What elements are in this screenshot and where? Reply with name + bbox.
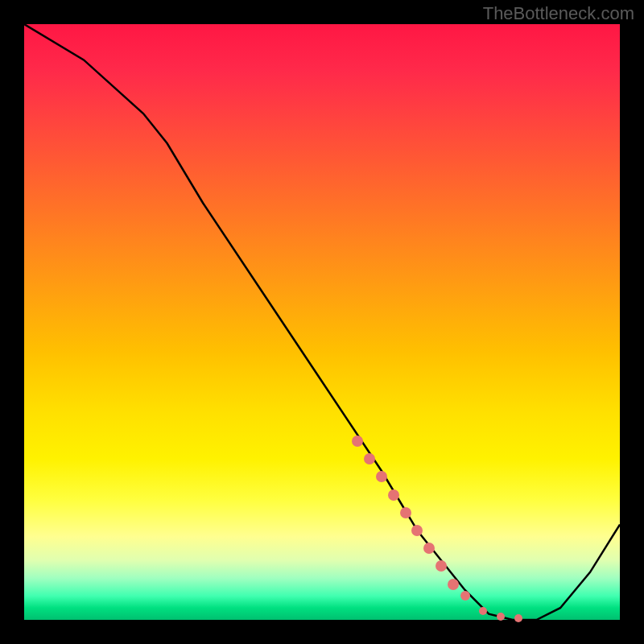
chart-marker (388, 489, 399, 501)
chart-plot-area (24, 24, 620, 620)
chart-marker (460, 591, 470, 601)
chart-marker (448, 579, 459, 590)
chart-marker (400, 507, 411, 518)
chart-marker (514, 614, 522, 622)
chart-marker (479, 607, 487, 615)
watermark-text: TheBottleneck.com (483, 3, 634, 24)
chart-curve (24, 24, 620, 620)
